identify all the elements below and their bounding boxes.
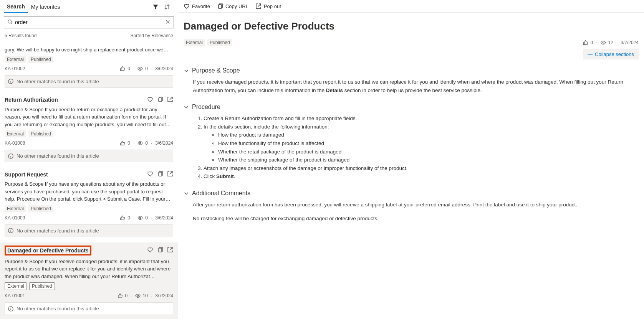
section-procedure: Procedure Create a Return Authorization …	[184, 104, 639, 181]
copy-icon[interactable]	[157, 247, 163, 254]
results-count: 5 Results found	[5, 33, 36, 38]
copy-icon[interactable]	[157, 171, 163, 178]
popout-icon[interactable]	[167, 247, 173, 254]
views-icon	[137, 215, 143, 221]
no-match-notice: No other matches found in this article	[5, 150, 173, 162]
like-icon	[583, 40, 588, 45]
no-match-notice: No other matches found in this article	[5, 75, 173, 88]
section-purpose: Purpose & Scope If you receive damaged p…	[184, 67, 639, 94]
results-sort[interactable]: Sorted by Relevance	[131, 33, 173, 38]
like-icon	[120, 140, 125, 146]
svg-point-7	[140, 217, 141, 219]
tag: External	[5, 282, 27, 290]
info-icon	[8, 306, 13, 311]
copy-icon[interactable]	[157, 96, 163, 104]
result-title: Return Authorization	[5, 97, 58, 103]
views-icon	[135, 293, 141, 298]
views-icon	[601, 40, 606, 45]
result-id: KA-01002	[5, 66, 25, 71]
copy-url-button[interactable]: Copy URL	[217, 3, 248, 9]
no-match-notice: No other matches found in this article	[5, 224, 173, 237]
result-card[interactable]: gory. We will be happy to overnight ship…	[0, 41, 178, 93]
info-icon	[8, 153, 13, 159]
heart-icon[interactable]	[147, 247, 153, 254]
collapse-sections-button[interactable]: — Collapse sections	[583, 49, 639, 59]
favorite-button[interactable]: Favorite	[184, 3, 210, 9]
section-toggle[interactable]: Purpose & Scope	[184, 67, 639, 74]
procedure-bullet: How the product is damaged	[218, 131, 639, 139]
pop-out-button[interactable]: Pop out	[255, 3, 281, 9]
result-card[interactable]: Damaged or Defective Products Purpose & …	[0, 242, 178, 321]
procedure-bullet: How the functionality of the product is …	[218, 139, 639, 148]
svg-point-4	[140, 142, 141, 144]
tag: External	[5, 205, 26, 212]
popout-icon[interactable]	[167, 96, 173, 104]
result-card[interactable]: Return Authorization Purpose & Scope If …	[0, 93, 178, 168]
results-list: gory. We will be happy to overnight ship…	[0, 41, 178, 323]
svg-rect-3	[159, 98, 162, 102]
procedure-bullet: Whether the shipping package of the prod…	[218, 156, 639, 164]
views-icon	[137, 140, 143, 146]
article-tags: External Published	[184, 39, 232, 46]
info-icon	[8, 79, 13, 84]
heart-icon[interactable]	[147, 96, 153, 104]
tab-favorites[interactable]: My favorites	[28, 2, 63, 12]
svg-rect-12	[219, 5, 222, 8]
result-title: Support Request	[5, 171, 48, 178]
clear-icon[interactable]	[165, 19, 171, 26]
result-card[interactable]: Support Request Purpose & Scope If you h…	[0, 168, 178, 242]
result-excerpt: Purpose & Scope If you receive damaged p…	[5, 258, 173, 280]
article-body: Damaged or Defective Products External P…	[178, 13, 644, 239]
article-top-actions: Favorite Copy URL Pop out	[178, 0, 644, 13]
like-icon	[120, 66, 125, 71]
tag: External	[5, 56, 26, 63]
section-toggle[interactable]: Additional Comments	[184, 190, 639, 197]
no-match-notice: No other matches found in this article	[5, 302, 173, 315]
filter-icon[interactable]	[152, 4, 159, 10]
procedure-bullet: Whether the retail package of the produc…	[218, 148, 639, 156]
section-toggle[interactable]: Procedure	[184, 104, 639, 110]
results-meta: 5 Results found Sorted by Relevance	[0, 31, 178, 41]
info-icon	[8, 228, 13, 233]
tag: Published	[28, 130, 53, 137]
chevron-down-icon	[184, 191, 189, 196]
section-additional: Additional Comments After your return au…	[184, 190, 639, 222]
article-panel: Favorite Copy URL Pop out Damaged or Def…	[178, 0, 644, 323]
tag: External	[5, 130, 26, 137]
tag: External	[184, 39, 205, 46]
result-excerpt: Purpose & Scope If you have any question…	[5, 180, 173, 203]
sort-icon[interactable]	[164, 4, 170, 10]
tag: Published	[29, 282, 55, 290]
chevron-down-icon	[184, 104, 189, 110]
chevron-down-icon	[184, 68, 189, 73]
heart-icon[interactable]	[147, 171, 153, 178]
svg-point-10	[137, 295, 139, 297]
article-title: Damaged or Defective Products	[184, 20, 639, 32]
tag: Published	[28, 205, 53, 212]
tag: Published	[207, 39, 232, 46]
svg-rect-9	[159, 248, 162, 252]
svg-rect-6	[159, 172, 162, 176]
search-icon	[7, 19, 13, 26]
popout-icon[interactable]	[167, 171, 173, 178]
search-input[interactable]	[15, 19, 165, 25]
svg-point-1	[140, 68, 141, 69]
result-excerpt: gory. We will be happy to overnight ship…	[5, 46, 173, 54]
result-excerpt: Purpose & Scope If you need to return or…	[5, 106, 173, 129]
tab-search[interactable]: Search	[4, 1, 28, 13]
like-icon	[118, 293, 123, 298]
result-id: KA-01008	[5, 140, 25, 146]
result-id: KA-01001	[5, 293, 25, 298]
search-panel: Search My favorites 5 Results found Sort…	[0, 0, 178, 323]
like-icon	[120, 215, 125, 221]
views-icon	[137, 66, 143, 71]
article-stats: 0 · 12 · 3/7/2024	[583, 40, 639, 45]
result-id: KA-01009	[5, 215, 25, 221]
tag: Published	[28, 56, 53, 63]
svg-point-13	[603, 42, 604, 43]
svg-point-0	[8, 20, 12, 23]
tabs: Search My favorites	[0, 0, 178, 14]
result-title: Damaged or Defective Products	[5, 246, 91, 255]
search-box[interactable]	[4, 16, 174, 28]
